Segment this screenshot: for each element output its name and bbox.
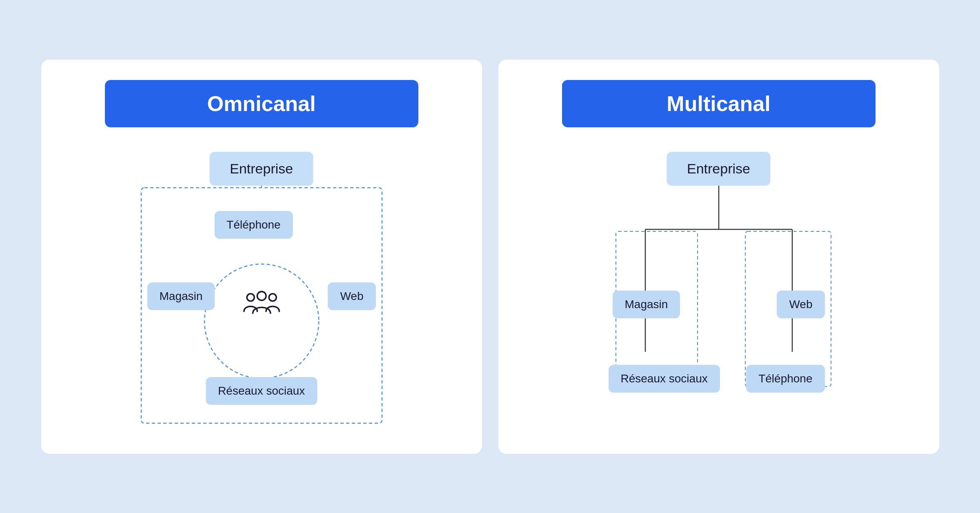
omnicanal-diagram: Entreprise Téléphone Web Réseaux sociaux… xyxy=(139,152,384,429)
multi-entreprise-node: Entreprise xyxy=(667,152,771,186)
svg-point-5 xyxy=(257,291,266,300)
omni-entreprise-node: Entreprise xyxy=(209,152,313,186)
multi-web-node: Web xyxy=(777,291,824,318)
multi-reseaux-node: Réseaux sociaux xyxy=(609,365,720,393)
omni-reseaux-node: Réseaux sociaux xyxy=(206,377,317,405)
omnicanal-title: Omnicanal xyxy=(105,80,418,127)
people-icon xyxy=(243,289,280,324)
svg-point-3 xyxy=(247,293,254,301)
omni-magasin-node: Magasin xyxy=(147,282,215,310)
multicanal-card: Multicanal xyxy=(498,60,939,454)
omni-telephone-node: Téléphone xyxy=(214,211,293,239)
multicanal-title: Multicanal xyxy=(562,80,876,127)
multi-telephone-node: Téléphone xyxy=(746,365,824,393)
main-container: Omnicanal Entreprise Téléphone Web Résea… xyxy=(41,60,939,454)
omnicanal-card: Omnicanal Entreprise Téléphone Web Résea… xyxy=(41,60,482,454)
multi-magasin-node: Magasin xyxy=(613,291,680,318)
omni-web-node: Web xyxy=(328,282,376,310)
multicanal-diagram: Entreprise Magasin Web Réseaux sociaux T… xyxy=(592,152,845,429)
svg-point-4 xyxy=(269,293,276,301)
